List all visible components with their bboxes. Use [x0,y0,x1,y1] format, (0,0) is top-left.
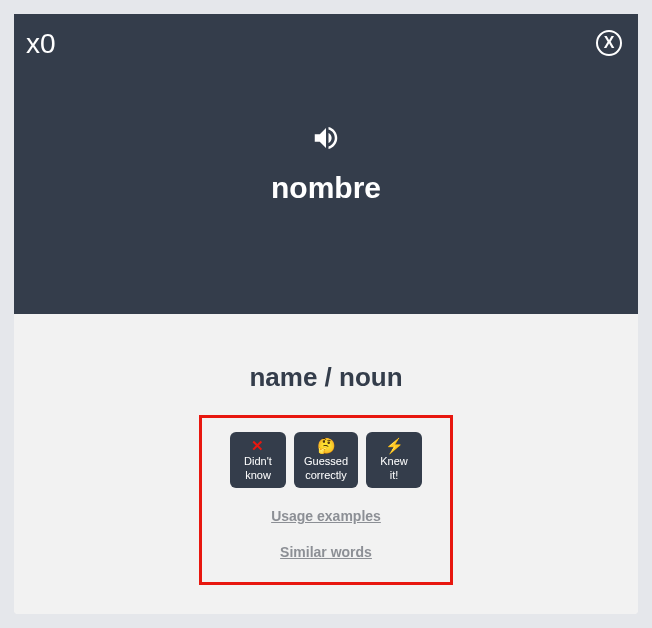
guessed-label: Guessed correctly [304,455,348,481]
usage-examples-link[interactable]: Usage examples [271,508,381,524]
knew-it-label: Knew it! [380,455,408,481]
similar-words-link[interactable]: Similar words [280,544,372,560]
guessed-button[interactable]: 🤔 Guessed correctly [294,432,358,488]
bolt-icon: ⚡ [385,438,404,453]
flashcard: x0 X nombre name / noun ✕ Didn't know [14,14,638,614]
highlight-annotation: ✕ Didn't know 🤔 Guessed correctly ⚡ Knew… [199,415,453,585]
card-back: name / noun ✕ Didn't know 🤔 Guessed corr… [14,314,638,614]
speaker-icon [311,123,341,153]
didnt-know-button[interactable]: ✕ Didn't know [230,432,286,488]
cross-icon: ✕ [251,438,264,453]
thinking-emoji-icon: 🤔 [317,438,336,453]
close-icon: X [604,35,615,51]
word-text: nombre [271,171,381,205]
knew-it-button[interactable]: ⚡ Knew it! [366,432,422,488]
play-audio-button[interactable] [311,123,341,153]
streak-counter: x0 [26,28,56,60]
card-front: x0 X nombre [14,14,638,314]
close-button[interactable]: X [596,30,622,56]
translation-text: name / noun [249,362,402,393]
response-buttons: ✕ Didn't know 🤔 Guessed correctly ⚡ Knew… [230,432,422,488]
didnt-know-label: Didn't know [244,455,272,481]
